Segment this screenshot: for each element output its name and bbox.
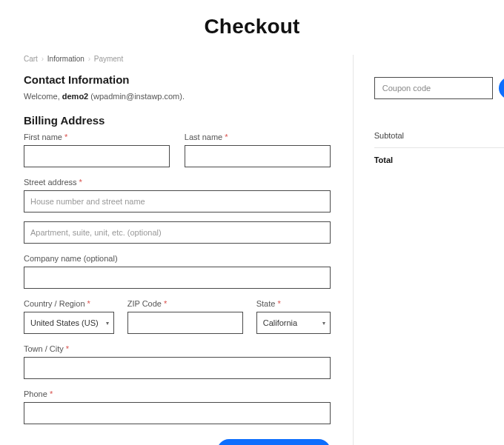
required-mark: * [87,299,90,308]
street-address-2-input[interactable] [24,221,331,244]
billing-heading: Billing Address [24,114,331,127]
coupon-code-input[interactable] [374,77,493,99]
apply-coupon-button[interactable]: Apply Coupon [499,77,504,99]
phone-label: Phone * [24,389,331,398]
page-title: Checkout [24,15,480,39]
company-input[interactable] [24,267,331,289]
zip-label: ZIP Code * [127,299,243,308]
required-mark: * [64,133,67,141]
street-label: Street address * [24,178,331,187]
required-mark: * [164,299,167,308]
country-label: Country / Region * [24,299,114,308]
chevron-right-icon: › [42,55,44,63]
total-row: Total $0.00 [374,147,504,170]
continue-to-payment-button[interactable]: Continue To Payment [217,439,330,445]
state-label: State * [256,299,331,308]
country-select[interactable]: United States (US) [24,312,114,334]
last-name-label: Last name * [185,133,331,141]
breadcrumb: Cart › Information › Payment [24,55,331,63]
company-label: Company name (optional) [24,254,331,263]
total-label: Total [374,155,393,164]
welcome-email: (wpadmin@instawp.com). [88,92,185,101]
last-name-input[interactable] [185,145,331,167]
chevron-right-icon: › [88,55,90,63]
welcome-text: Welcome, demo2 (wpadmin@instawp.com). [24,92,331,101]
breadcrumb-payment: Payment [94,55,123,63]
state-label-text: State [256,299,276,308]
required-mark: * [79,178,82,187]
required-mark: * [66,344,69,353]
last-name-label-text: Last name [185,133,222,141]
street-address-1-input[interactable] [24,190,331,213]
subtotal-label: Subtotal [374,131,404,140]
first-name-label: First name * [24,133,170,141]
state-select[interactable]: California [256,312,331,334]
contact-heading: Contact Information [24,73,331,86]
country-label-text: Country / Region [24,299,85,308]
subtotal-row: Subtotal $0.00 [374,125,504,146]
city-label-text: Town / City [24,344,64,353]
city-label: Town / City * [24,344,331,353]
welcome-username: demo2 [62,92,88,101]
first-name-label-text: First name [24,133,62,141]
breadcrumb-cart[interactable]: Cart [24,55,38,63]
first-name-input[interactable] [24,145,170,167]
city-input[interactable] [24,357,331,379]
welcome-prefix: Welcome, [24,92,62,101]
phone-label-text: Phone [24,389,47,398]
phone-input[interactable] [24,402,331,424]
zip-input[interactable] [127,312,243,334]
breadcrumb-information: Information [47,55,84,63]
required-mark: * [225,133,228,141]
required-mark: * [277,299,280,308]
zip-label-text: ZIP Code [127,299,162,308]
street-label-text: Street address [24,178,77,187]
required-mark: * [50,389,53,398]
